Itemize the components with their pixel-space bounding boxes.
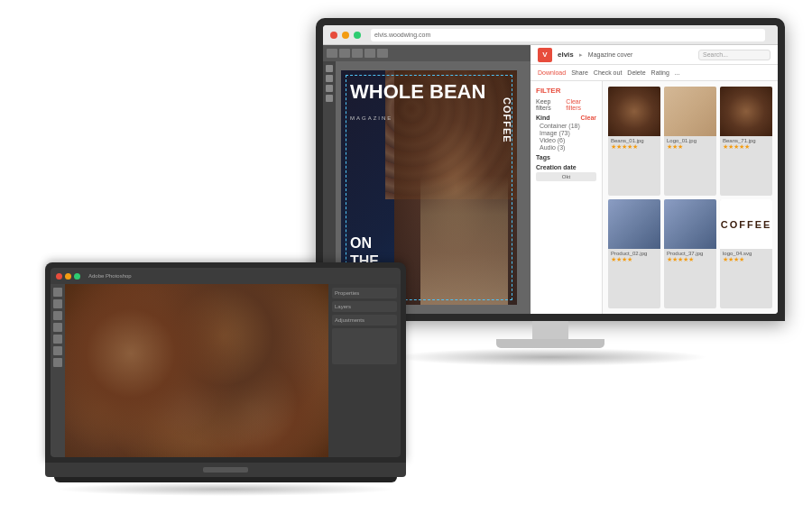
toolbar-checkout[interactable]: Check out — [594, 69, 623, 76]
keep-filters-btn[interactable]: Keep filters — [536, 98, 566, 111]
toolbar-download[interactable]: Download — [538, 69, 566, 76]
filter-clear-btn[interactable]: Clear — [580, 115, 596, 121]
toolbar-item — [364, 49, 375, 58]
laptop: Adobe Photoshop — [45, 262, 406, 496]
monitor-shadow — [392, 348, 708, 366]
toolbar-item — [327, 49, 337, 58]
monitor-neck — [532, 321, 568, 339]
dam-filter-panel: FILTER Keep filters Clear filters Kind C… — [531, 81, 603, 314]
toolbar-delete[interactable]: Delete — [627, 69, 645, 76]
maximize-dot — [354, 32, 361, 39]
ps-tool — [53, 311, 62, 320]
magazine-title: WHOLE BEAN — [350, 81, 485, 103]
dam-breadcrumb: ▸ — [579, 51, 583, 59]
dam-thumb-5[interactable]: Product_37.jpg ★★★★★ — [664, 199, 716, 308]
side-tool — [326, 85, 333, 92]
browser-bar: elvis.woodwing.com — [323, 25, 778, 45]
filter-actions: Keep filters Clear filters — [536, 98, 596, 111]
thumb-img-5 — [664, 199, 716, 249]
thumb-stars-3: ★★★★★ — [723, 143, 770, 151]
side-tool — [326, 95, 333, 102]
thumb-stars-1: ★★★★★ — [611, 143, 658, 151]
ps-tool — [53, 346, 62, 355]
laptop-touchpad — [203, 467, 248, 473]
dam-asset-grid: Beans_01.jpg ★★★★★ Logo_01.jpg ★★★ — [603, 81, 778, 314]
clear-filters-btn[interactable]: Clear filters — [566, 98, 596, 111]
side-tool — [326, 65, 333, 72]
magazine-coffee-label: COFFEE — [502, 97, 512, 143]
ps-tool — [53, 358, 62, 367]
filter-image[interactable]: Image (73) — [540, 130, 596, 136]
dam-header: V elvis ▸ Magazine cover Search... — [531, 45, 778, 65]
dam-thumb-3[interactable]: Beans_71.jpg ★★★★★ — [720, 87, 772, 196]
dam-app-name: elvis — [558, 50, 574, 59]
thumb-info-5: Product_37.jpg ★★★★★ — [664, 249, 716, 265]
laptop-base — [45, 463, 406, 477]
ps-properties-panel: Properties — [332, 288, 397, 298]
thumb-stars-6: ★★★★ — [723, 256, 770, 263]
thumb-img-1 — [608, 87, 660, 136]
laptop-lid: Adobe Photoshop — [45, 262, 406, 463]
ps-adjustments-panel: Adjustments — [332, 315, 397, 326]
thumb-info-2: Logo_01.jpg ★★★ — [664, 136, 716, 152]
toolbar-more[interactable]: ... — [675, 69, 680, 76]
dam-panel: V elvis ▸ Magazine cover Search... Downl… — [531, 45, 778, 314]
dam-search-box[interactable]: Search... — [698, 50, 770, 60]
thumb-stars-5: ★★★★★ — [667, 256, 714, 263]
minimize-dot — [342, 32, 349, 39]
close-dot — [330, 32, 337, 39]
ps-tool — [53, 299, 62, 308]
filter-date-value[interactable]: Okt — [536, 172, 596, 181]
toolbar-rating[interactable]: Rating — [651, 69, 669, 76]
coffee-text-asset: COFFEE — [721, 219, 772, 230]
thumb-img-6: COFFEE — [720, 199, 772, 249]
laptop-shadow — [54, 482, 397, 496]
ps-content: Properties Layers Adjustments — [51, 284, 401, 457]
filter-tags-section: Tags — [536, 154, 596, 161]
filter-date-section: Creation date Okt — [536, 164, 596, 181]
ps-panels: Properties Layers Adjustments — [328, 284, 401, 457]
ps-layers-panel: Layers — [332, 301, 397, 312]
tagline-line1: ON — [350, 234, 379, 252]
thumb-info-6: logo_04.svg ★★★★ — [720, 249, 772, 265]
search-placeholder: Search... — [703, 51, 728, 58]
ps-title: Adobe Photoshop — [88, 273, 132, 279]
monitor-base — [496, 339, 604, 348]
scene: elvis.woodwing.com — [0, 0, 812, 523]
toolbar-item — [377, 49, 388, 58]
dam-thumb-1[interactable]: Beans_01.jpg ★★★★★ — [608, 87, 660, 196]
thumb-info-4: Product_02.jpg ★★★★ — [608, 249, 660, 265]
toolbar-share[interactable]: Share — [571, 69, 588, 76]
ps-maximize-dot — [74, 273, 80, 280]
toolbar-item — [352, 49, 363, 58]
ps-minimize-dot — [65, 273, 71, 280]
thumb-img-2 — [664, 87, 716, 136]
ps-tool — [53, 288, 62, 297]
filter-title: FILTER — [536, 87, 596, 95]
thumb-stars-2: ★★★ — [667, 143, 714, 151]
filter-audio[interactable]: Audio (3) — [540, 144, 596, 151]
laptop-screen: Adobe Photoshop — [51, 268, 401, 457]
filter-container[interactable]: Container (18) — [540, 123, 596, 129]
dam-logo: V — [538, 48, 552, 62]
thumb-img-4 — [608, 199, 660, 249]
filter-tags-label: Tags — [536, 154, 596, 161]
ps-toolbar: Adobe Photoshop — [51, 268, 401, 284]
dam-folder-name: Magazine cover — [588, 51, 632, 58]
ps-canvas — [65, 284, 328, 457]
side-tool — [326, 75, 333, 82]
ps-panel-extra — [332, 328, 397, 364]
ps-tool — [53, 323, 62, 332]
dam-thumb-2[interactable]: Logo_01.jpg ★★★ — [664, 87, 716, 196]
magazine-subtitle: MAGAZINE — [350, 115, 392, 121]
dam-thumb-4[interactable]: Product_02.jpg ★★★★ — [608, 199, 660, 308]
thumb-img-3 — [720, 87, 772, 136]
ps-close-dot — [56, 273, 62, 280]
url-bar[interactable]: elvis.woodwing.com — [371, 29, 765, 41]
filter-video[interactable]: Video (6) — [540, 137, 596, 143]
filter-date-label: Creation date — [536, 164, 596, 170]
dam-logo-letter: V — [542, 50, 547, 59]
toolbar-item — [339, 49, 350, 58]
dam-thumb-6[interactable]: COFFEE logo_04.svg ★★★★ — [720, 199, 772, 308]
ps-tools-panel — [51, 284, 65, 457]
